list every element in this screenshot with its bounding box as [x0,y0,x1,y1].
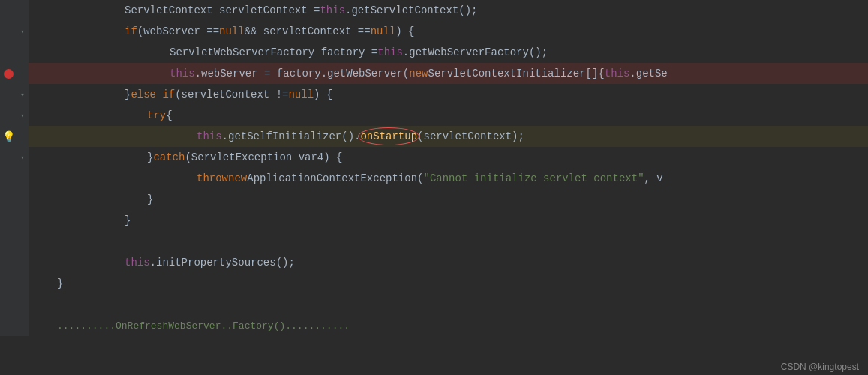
code-line-12 [0,231,868,252]
icon-slot-8 [0,147,17,168]
bottom-watermark-bar: CSDN @kingtopest [718,358,868,375]
fold-slot-7 [17,126,29,147]
icon-slot-6 [0,105,17,126]
code-text: { [166,110,172,122]
code-text: null [288,88,314,100]
icon-slot-12 [0,231,17,252]
fold-slot-9 [17,168,29,189]
code-text: , v [644,172,663,184]
code-text: ) { [314,88,332,100]
code-text: .getSe [629,68,667,80]
fold-slot-3 [17,42,29,63]
fold-slot-15 [17,294,29,315]
warning-icon: 💡 [2,130,15,143]
fold-slot-1 [17,0,29,21]
code-text: } [147,194,153,206]
fold-slot-4 [17,63,29,84]
code-text: ServletContext servletContext = [125,4,320,16]
fold-slot-10 [17,189,29,210]
code-text: else if [131,88,175,100]
fold-slot-13 [17,252,29,273]
code-text: } [125,214,131,226]
code-line-6: ▾ try { [0,105,868,126]
icon-slot-15 [0,294,17,315]
icon-slot-5 [0,84,17,105]
code-text: .getSelfInitializer(). [222,130,361,142]
code-line-9: throw new ApplicationContextException("C… [0,168,868,189]
fold-slot-6: ▾ [17,105,29,126]
code-text: this [170,68,195,80]
code-text: ..........OnRefreshWebServer..Factory().… [57,320,350,332]
code-text: "Cannot initialize servlet context" [423,172,644,184]
fold-triangle-5[interactable]: ▾ [20,91,24,99]
code-text: this [197,130,222,142]
fold-triangle-2[interactable]: ▾ [20,28,24,36]
on-startup-method: onStartup [360,130,417,142]
code-line-14: } [0,273,868,294]
fold-triangle-8[interactable]: ▾ [20,154,24,162]
fold-slot-2: ▾ [17,21,29,42]
code-text: } [57,278,63,290]
icon-slot-7: 💡 [0,126,17,147]
code-text: new [409,68,428,80]
code-text: ServletContextInitializer[]{ [428,68,604,80]
icon-slot-14 [0,273,17,294]
fold-triangle-6[interactable]: ▾ [20,112,24,120]
code-line-7-warning: 💡 this.getSelfInitializer().onStartup(se… [0,126,868,147]
icon-slot-16 [0,315,17,336]
code-text: (servletContext); [417,130,524,142]
code-text: catch [153,152,185,164]
code-text: new [228,172,247,184]
breakpoint-icon [4,69,14,79]
fold-slot-16 [17,315,29,336]
code-line-10: } [0,189,868,210]
code-text: && servletContext == [245,26,371,38]
code-text: ) { [395,26,414,38]
code-text: .initPropertySources(); [150,256,295,268]
code-text: null [371,26,396,38]
code-line-2: ▾ if (webServer == null && servletContex… [0,21,868,42]
code-text: } [147,152,153,164]
icon-slot-3 [0,42,17,63]
code-text: ApplicationContextException( [247,172,423,184]
code-text: } [125,88,131,100]
code-line-16: ..........OnRefreshWebServer..Factory().… [0,315,868,336]
code-text: this [125,256,150,268]
code-text: ServletWebServerFactory factory = [170,46,377,58]
code-text: null [219,26,245,38]
icon-slot-13 [0,252,17,273]
code-line-15 [0,294,868,315]
icon-slot-10 [0,189,17,210]
icon-slot-1 [0,0,17,21]
code-text: if [125,26,137,38]
icon-slot-4 [0,63,17,84]
code-text: .webServer = factory.getWebServer( [195,68,410,80]
code-line-1: ServletContext servletContext = this.get… [0,0,868,21]
fold-slot-5: ▾ [17,84,29,105]
code-line-5: ▾ } else if (servletContext != null) { [0,84,868,105]
code-text: this [377,46,403,58]
code-text: (ServletException var4) { [185,152,342,164]
code-area: ServletContext servletContext = this.get… [0,0,868,357]
code-line-11: } [0,210,868,231]
code-line-4-breakpoint: this.webServer = factory.getWebServer(ne… [0,63,868,84]
fold-slot-14 [17,273,29,294]
code-line-13: this.initPropertySources(); [0,252,868,273]
code-text: throw [197,172,228,184]
code-line-3: ServletWebServerFactory factory = this.g… [0,42,868,63]
icon-slot-9 [0,168,17,189]
code-line-8: ▾ } catch (ServletException var4) { [0,147,868,168]
code-editor: ServletContext servletContext = this.get… [0,0,868,375]
code-text: .getWebServerFactory(); [403,46,548,58]
fold-slot-8: ▾ [17,147,29,168]
code-text: try [147,110,166,122]
code-text: this [320,4,345,16]
fold-slot-11 [17,210,29,231]
watermark-text: CSDN @kingtopest [781,362,859,372]
icon-slot-2 [0,21,17,42]
icon-slot-11 [0,210,17,231]
code-text: .getServletContext(); [345,4,477,16]
code-text: this [605,68,630,80]
code-text: (servletContext != [175,88,288,100]
fold-slot-12 [17,231,29,252]
